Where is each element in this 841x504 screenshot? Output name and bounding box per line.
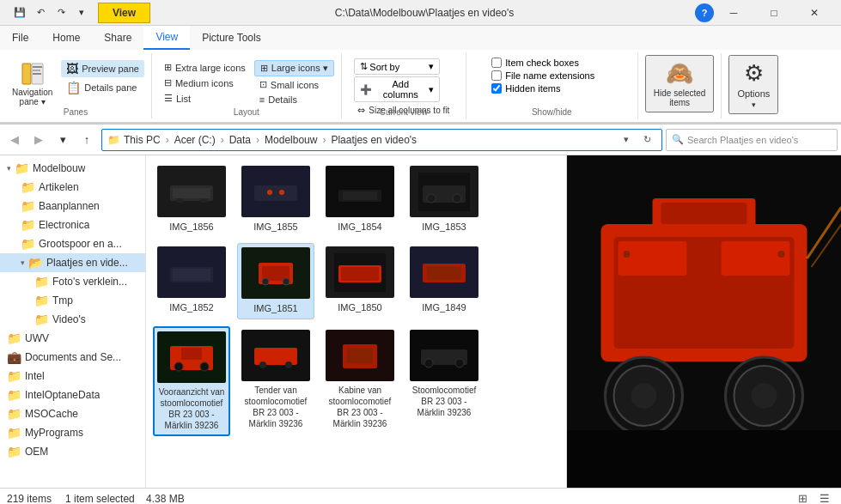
crumb-modelbouw[interactable]: Modelbouw	[265, 134, 317, 146]
close-button[interactable]: ✕	[795, 0, 834, 26]
file-item-img1852[interactable]: IMG_1852	[153, 243, 230, 319]
sidebar-item-modelbouw[interactable]: ▾ 📁 Modelbouw	[0, 159, 145, 178]
sidebar-item-electronica[interactable]: 📁 Electronica	[0, 216, 145, 234]
file-item-kabine[interactable]: Kabine van stoomlocomotief BR 23 003 - M…	[321, 326, 399, 436]
layout-group-label: Layout	[152, 107, 341, 117]
redo-button[interactable]: ↷	[52, 3, 70, 22]
crumb-this-pc[interactable]: This PC	[124, 134, 161, 146]
sidebar-item-plaatjes[interactable]: ▾ 📂 Plaatjes en vide...	[0, 253, 145, 272]
list-button[interactable]: ☰ List	[159, 91, 251, 106]
up-button[interactable]: ↑	[76, 129, 98, 151]
list-label: List	[176, 94, 191, 104]
file-item-vooraanzicht[interactable]: Vooraanzicht van stoomlocomotief BR 23 0…	[153, 326, 230, 436]
sidebar-item-grootspoor[interactable]: 📁 Grootspoor en a...	[0, 234, 145, 253]
address-bar[interactable]: 📁 This PC › Acer (C:) › Data › Modelbouw…	[101, 129, 662, 151]
extra-large-icons-button[interactable]: ⊞ Extra large icons	[159, 60, 251, 75]
crumb-data[interactable]: Data	[229, 134, 251, 146]
folder-icon-plaatjes: 📂	[28, 256, 43, 270]
sidebar-label-plaatjes: Plaatjes en vide...	[46, 257, 128, 269]
preview-pane-button[interactable]: 🖼 Preview pane	[61, 60, 144, 77]
sidebar-item-intel[interactable]: 📁 Intel	[0, 367, 145, 386]
sidebar-item-artikelen[interactable]: 📁 Artikelen	[0, 178, 145, 197]
maximize-button[interactable]: □	[754, 0, 794, 26]
crumb-acer[interactable]: Acer (C:)	[174, 134, 216, 146]
tab-picture-tools[interactable]: Picture Tools	[190, 26, 272, 50]
sidebar-item-uwv[interactable]: 📁 UWV	[0, 329, 145, 348]
svg-point-57	[631, 383, 657, 409]
file-item-img1854[interactable]: IMG_1854	[321, 162, 399, 236]
item-check-boxes-option[interactable]: Item check boxes	[491, 57, 612, 69]
small-icons-button[interactable]: ⊡ Small icons	[254, 77, 334, 92]
hidden-items-checkbox[interactable]	[491, 83, 502, 94]
crumb-plaatjes[interactable]: Plaatjes en video's	[331, 134, 417, 146]
svg-rect-4	[33, 73, 41, 75]
hide-selected-button[interactable]: 🙈 Hide selecteditems	[645, 55, 715, 112]
minimize-button[interactable]: ─	[714, 0, 753, 26]
add-columns-arrow: ▾	[429, 84, 434, 95]
file-item-tender[interactable]: Tender van stoomlocomotief BR 23 003 - M…	[237, 326, 314, 436]
details-pane-label: Details pane	[84, 82, 137, 93]
sidebar-item-inteloptane[interactable]: 📁 IntelOptaneData	[0, 386, 145, 404]
tab-home[interactable]: Home	[40, 26, 92, 50]
tab-file[interactable]: File	[0, 26, 40, 50]
details-pane-button[interactable]: 📋 Details pane	[61, 79, 144, 96]
sidebar-item-myprograms[interactable]: 📁 MyPrograms	[0, 423, 145, 442]
file-item-stoom[interactable]: Stoomlocomotief BR 23 003 - Märklin 3923…	[405, 326, 483, 436]
medium-icons-button[interactable]: ⊟ Medium icons	[159, 76, 251, 90]
sort-by-label: Sort by	[369, 62, 399, 72]
sidebar-item-fotos[interactable]: 📁 Foto's verklein...	[0, 272, 145, 291]
search-bar[interactable]: 🔍 Search Plaatjes en video's	[666, 129, 838, 151]
sidebar-item-baanplannen[interactable]: 📁 Baanplannen	[0, 197, 145, 216]
sidebar-item-oem[interactable]: 📁 OEM	[0, 442, 145, 461]
add-columns-button[interactable]: ➕ Add columns ▾	[354, 76, 440, 102]
folder-icon-grootspoor: 📁	[21, 237, 35, 251]
svg-rect-39	[181, 348, 202, 360]
sidebar-item-msocache[interactable]: 📁 MSOCache	[0, 404, 145, 423]
options-button[interactable]: ⚙ Options ▾	[728, 55, 778, 114]
tab-manage[interactable]: View	[98, 3, 150, 23]
svg-rect-0	[22, 64, 31, 84]
preview-pane-icon: 🖼	[66, 62, 78, 76]
sidebar-item-videos[interactable]: 📁 Video's	[0, 310, 145, 329]
svg-rect-34	[427, 266, 461, 280]
file-label-stoom: Stoomlocomotief BR 23 003 - Märklin 3923…	[409, 385, 479, 418]
file-name-extensions-checkbox[interactable]	[491, 70, 502, 81]
item-count: 219 items	[7, 493, 52, 505]
file-item-img1850[interactable]: IMG_1850	[321, 243, 399, 319]
file-name-extensions-option[interactable]: File name extensions	[491, 70, 612, 82]
file-item-img1856[interactable]: IMG_1856	[153, 162, 230, 236]
svg-rect-12	[267, 190, 272, 195]
file-item-img1855[interactable]: IMG_1855	[237, 162, 314, 236]
svg-rect-66	[722, 241, 790, 276]
small-icon: ⊡	[259, 79, 267, 90]
hidden-items-label: Hidden items	[505, 83, 560, 94]
address-dropdown-button[interactable]: ▾	[617, 131, 636, 149]
large-label: Large icons ▾	[271, 63, 328, 74]
large-icons-view-button[interactable]: ⊞	[793, 489, 812, 505]
sidebar-item-documents[interactable]: 💼 Documents and Se...	[0, 348, 145, 367]
help-button[interactable]: ?	[695, 3, 714, 22]
large-icons-button[interactable]: ⊞ Large icons ▾	[254, 60, 334, 76]
recent-locations-button[interactable]: ▾	[52, 129, 74, 151]
file-item-img1853[interactable]: IMG_1853	[405, 162, 483, 236]
svg-rect-65	[619, 241, 687, 276]
qat-dropdown-button[interactable]: ▾	[72, 3, 91, 22]
item-check-boxes-checkbox[interactable]	[491, 58, 502, 68]
forward-button[interactable]: ▶	[27, 129, 50, 151]
file-item-img1849[interactable]: IMG_1849	[405, 243, 483, 319]
details-view-button[interactable]: ☰	[815, 489, 834, 505]
details-button[interactable]: ≡ Details	[254, 93, 334, 106]
address-refresh-button[interactable]: ↻	[637, 131, 656, 149]
hidden-items-option[interactable]: Hidden items	[491, 82, 612, 94]
navigation-pane-button[interactable]: Navigationpane ▾	[7, 57, 58, 110]
save-button[interactable]: 💾	[10, 3, 29, 22]
sort-by-button[interactable]: ⇅ Sort by ▾	[354, 58, 440, 75]
undo-button[interactable]: ↶	[31, 3, 50, 22]
extra-large-label: Extra large icons	[175, 63, 246, 73]
file-item-img1851[interactable]: IMG_1851	[237, 243, 314, 319]
sidebar-item-tmp[interactable]: 📁 Tmp	[0, 291, 145, 310]
tab-share[interactable]: Share	[92, 26, 143, 50]
back-button[interactable]: ◀	[3, 129, 26, 151]
tab-view[interactable]: View	[143, 26, 190, 50]
sidebar-label-electronica: Electronica	[39, 219, 89, 231]
